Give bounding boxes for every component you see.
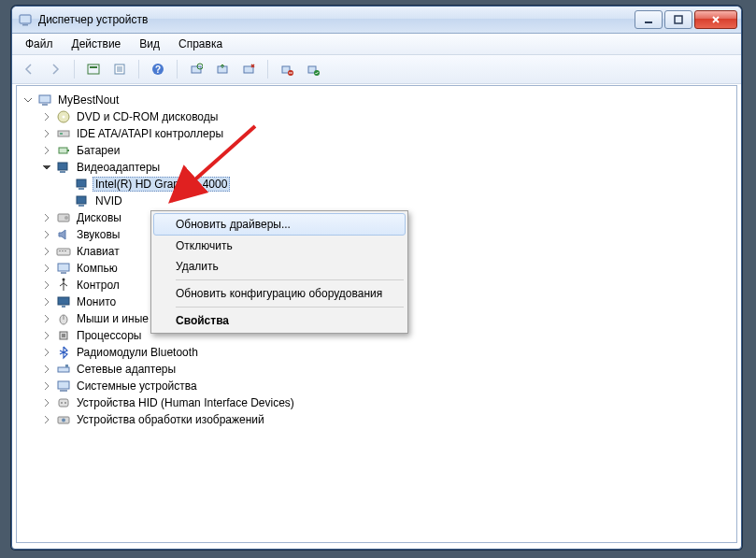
update-driver-button[interactable] xyxy=(211,58,234,80)
nav-forward-button[interactable] xyxy=(44,58,66,80)
menu-file[interactable]: Файл xyxy=(16,34,63,54)
svg-rect-21 xyxy=(39,95,50,103)
computer-icon xyxy=(56,261,71,276)
display-adapter-icon xyxy=(75,193,90,208)
menu-view[interactable]: Вид xyxy=(130,34,169,54)
svg-rect-25 xyxy=(58,131,69,136)
toolbar: ? xyxy=(12,55,741,84)
toolbar-separator xyxy=(138,60,139,79)
svg-rect-42 xyxy=(61,272,66,274)
expand-icon[interactable] xyxy=(41,229,52,240)
expand-icon[interactable] xyxy=(41,296,52,308)
svg-rect-3 xyxy=(675,16,682,23)
menu-action[interactable]: Действие xyxy=(63,34,131,54)
svg-rect-44 xyxy=(58,297,69,305)
tree-node-video[interactable]: Видеоадаптеры xyxy=(41,159,736,176)
expand-icon[interactable] xyxy=(41,380,52,392)
svg-rect-45 xyxy=(62,306,65,308)
svg-rect-54 xyxy=(59,399,68,407)
bluetooth-icon xyxy=(56,345,71,360)
mouse-icon xyxy=(56,311,71,326)
svg-rect-28 xyxy=(67,150,69,151)
tree-node-video-nvidia[interactable]: NVID xyxy=(41,193,736,209)
scan-hardware-button[interactable] xyxy=(185,58,207,80)
svg-point-55 xyxy=(61,402,63,404)
ctx-properties[interactable]: Свойства xyxy=(153,310,406,331)
close-button[interactable] xyxy=(694,10,737,29)
svg-rect-5 xyxy=(90,66,97,68)
disk-drive-icon xyxy=(56,210,71,225)
help-button[interactable]: ? xyxy=(147,58,169,80)
expand-icon[interactable] xyxy=(41,128,52,139)
enable-device-button[interactable] xyxy=(302,58,324,80)
expand-icon[interactable] xyxy=(41,279,52,291)
svg-rect-2 xyxy=(645,21,652,23)
ctx-scan-hardware[interactable]: Обновить конфигурацию оборудования xyxy=(153,283,406,304)
show-hidden-button[interactable] xyxy=(82,58,105,80)
tree-node-battery[interactable]: Батареи xyxy=(41,142,736,159)
svg-point-56 xyxy=(64,402,66,404)
window-title: Диспетчер устройств xyxy=(38,13,635,26)
tree-node-imaging[interactable]: Устройства обработки изображений xyxy=(41,411,736,428)
expand-icon[interactable] xyxy=(41,414,52,425)
tree-node-hid[interactable]: Устройства HID (Human Interface Devices) xyxy=(41,394,736,411)
ide-controller-icon xyxy=(56,126,71,141)
tree-node-video-intel[interactable]: Intel(R) HD Graphics 4000 xyxy=(41,176,736,193)
tree-node-dvd[interactable]: DVD и CD-ROM дисководы xyxy=(41,108,736,125)
svg-rect-31 xyxy=(77,179,86,187)
uninstall-device-button[interactable] xyxy=(237,58,260,80)
disable-device-button[interactable] xyxy=(276,58,298,80)
app-icon xyxy=(18,12,33,27)
ctx-update-drivers[interactable]: Обновить драйверы... xyxy=(153,213,406,236)
svg-rect-4 xyxy=(88,64,99,74)
usb-controller-icon xyxy=(56,278,71,293)
battery-icon xyxy=(56,143,71,158)
svg-rect-33 xyxy=(77,196,86,204)
svg-rect-30 xyxy=(60,171,65,173)
svg-rect-34 xyxy=(78,205,84,207)
svg-rect-27 xyxy=(59,148,67,153)
ctx-disable[interactable]: Отключить xyxy=(153,236,406,256)
properties-button[interactable] xyxy=(108,58,131,80)
ctx-delete[interactable]: Удалить xyxy=(153,256,406,277)
toolbar-separator xyxy=(177,60,178,79)
collapse-icon[interactable] xyxy=(41,162,52,173)
tree-node-netadapters[interactable]: Сетевые адаптеры xyxy=(41,361,736,378)
expand-icon[interactable] xyxy=(41,330,52,341)
menu-help[interactable]: Справка xyxy=(169,34,232,54)
ctx-separator xyxy=(176,307,404,308)
toolbar-separator xyxy=(74,60,75,79)
tree-node-ide[interactable]: IDE ATA/ATAPI контроллеры xyxy=(41,125,736,142)
expand-icon[interactable] xyxy=(41,313,52,324)
expand-icon[interactable] xyxy=(41,263,52,274)
sound-icon xyxy=(56,227,71,242)
svg-rect-39 xyxy=(62,250,64,251)
svg-rect-12 xyxy=(192,66,201,73)
computer-icon xyxy=(37,93,52,107)
nav-back-button[interactable] xyxy=(18,58,40,80)
tree-root[interactable]: MyBestNout xyxy=(22,92,736,108)
svg-rect-52 xyxy=(58,381,69,389)
maximize-button[interactable] xyxy=(664,10,692,29)
selected-device-label: Intel(R) HD Graphics 4000 xyxy=(93,177,230,192)
expand-icon[interactable] xyxy=(41,347,52,358)
expand-icon[interactable] xyxy=(41,212,52,223)
expand-icon[interactable] xyxy=(41,364,52,375)
tree-node-sysdevices[interactable]: Системные устройства xyxy=(41,378,736,394)
collapse-icon[interactable] xyxy=(22,94,34,106)
tree-node-bluetooth[interactable]: Радиомодули Bluetooth xyxy=(41,344,736,361)
svg-rect-22 xyxy=(42,104,48,106)
expand-icon[interactable] xyxy=(41,246,52,257)
minimize-button[interactable] xyxy=(635,10,663,29)
context-menu: Обновить драйверы... Отключить Удалить О… xyxy=(150,210,408,334)
expand-icon[interactable] xyxy=(41,111,52,122)
expand-icon[interactable] xyxy=(41,145,52,156)
processor-icon xyxy=(56,328,71,343)
expand-icon[interactable] xyxy=(41,397,52,408)
tree-root-label: MyBestNout xyxy=(56,93,121,107)
svg-rect-49 xyxy=(62,334,65,337)
svg-rect-51 xyxy=(65,365,68,367)
svg-rect-26 xyxy=(60,133,63,135)
svg-point-36 xyxy=(64,216,68,220)
imaging-device-icon xyxy=(56,412,71,427)
